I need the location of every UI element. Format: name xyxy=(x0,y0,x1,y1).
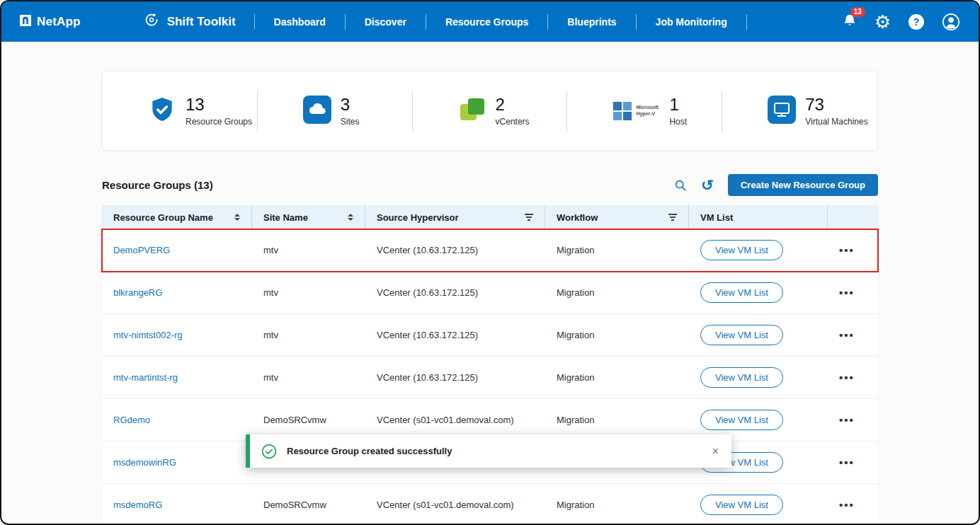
vcenter-icon xyxy=(458,96,486,127)
virtual-machine-icon xyxy=(768,96,796,127)
workflow-cell: Migration xyxy=(545,287,689,298)
table-row: mtv-martintst-rg mtv VCenter (10.63.172.… xyxy=(102,357,878,399)
table-row: mtv-nimtst002-rg mtv VCenter (10.63.172.… xyxy=(102,314,878,357)
site-name-cell: mtv xyxy=(252,245,365,255)
nav-item-resource-groups[interactable]: Resource Groups xyxy=(426,14,548,30)
toast-accent-bar xyxy=(246,434,250,468)
column-label: Source Hypervisor xyxy=(377,212,459,223)
close-icon[interactable] xyxy=(712,446,719,457)
site-name-cell: DemoSRCvmw xyxy=(252,500,365,510)
stat-value: 13 xyxy=(186,95,252,115)
list-actions: Create New Resource Group xyxy=(674,174,878,196)
netapp-logo-icon xyxy=(20,15,31,29)
more-options-button[interactable] xyxy=(839,287,855,299)
filter-icon[interactable] xyxy=(525,214,533,221)
table-row: DemoPVERG mtv VCenter (10.63.172.125) Mi… xyxy=(102,229,878,272)
check-circle-icon xyxy=(261,444,277,459)
notification-count-badge: 13 xyxy=(850,7,865,17)
source-hypervisor-cell: VCenter (10.63.172.125) xyxy=(365,330,545,340)
more-options-button[interactable] xyxy=(839,244,855,256)
netapp-logo[interactable]: NetApp xyxy=(20,15,81,29)
hyperv-icon: Microsoft Hyper-V xyxy=(612,101,660,121)
toast-message: Resource Group created successfully xyxy=(287,446,452,456)
resource-group-link[interactable]: mtv-martintst-rg xyxy=(113,372,178,383)
stat-host: Microsoft Hyper-V 1 Host xyxy=(567,71,722,150)
site-name-cell: mtv xyxy=(252,330,365,340)
more-options-button[interactable] xyxy=(839,414,855,426)
source-hypervisor-cell: VCenter (10.63.172.125) xyxy=(365,287,545,298)
view-vm-list-button[interactable]: View VM List xyxy=(700,410,783,430)
sort-icon[interactable] xyxy=(348,214,353,221)
resource-groups-table: Resource Group Name Site Name Source Hyp… xyxy=(102,205,878,525)
more-options-button[interactable] xyxy=(839,456,855,468)
help-icon[interactable] xyxy=(908,14,924,30)
view-vm-list-button[interactable]: View VM List xyxy=(700,325,783,345)
stat-sites: 3 Sites xyxy=(258,71,413,150)
column-header-resource-group-name: Resource Group Name xyxy=(102,205,252,229)
column-header-actions xyxy=(828,205,878,229)
cloud-icon xyxy=(303,96,331,127)
settings-gear-icon[interactable] xyxy=(874,13,891,31)
workflow-cell: Migration xyxy=(545,372,689,383)
app-title: Shift Toolkit xyxy=(143,11,236,32)
source-hypervisor-cell: VCenter (s01-vc01.demoval.com) xyxy=(365,415,545,425)
top-navigation-bar: NetApp Shift Toolkit Dashboard Discover … xyxy=(1,1,979,42)
site-name-cell: mtv xyxy=(252,287,365,298)
sort-icon[interactable] xyxy=(234,214,240,221)
app-title-text: Shift Toolkit xyxy=(167,15,236,29)
workflow-cell: Migration xyxy=(545,415,689,425)
view-vm-list-button[interactable]: View VM List xyxy=(700,495,783,515)
topbar-actions: 13 xyxy=(843,13,960,31)
view-vm-list-button[interactable]: View VM List xyxy=(700,240,783,260)
filter-icon[interactable] xyxy=(668,214,677,221)
stat-label: Virtual Machines xyxy=(805,117,868,127)
source-hypervisor-cell: VCenter (10.63.172.125) xyxy=(365,245,545,255)
stat-value: 3 xyxy=(341,95,360,115)
source-hypervisor-cell: VCenter (s01-vc01.demoval.com) xyxy=(365,500,545,510)
stat-label: Sites xyxy=(341,117,360,127)
column-label: Workflow xyxy=(557,212,598,223)
resource-group-link[interactable]: msdemoRG xyxy=(113,500,162,510)
user-avatar-icon[interactable] xyxy=(942,13,960,31)
more-options-button[interactable] xyxy=(839,499,855,511)
app-window: NetApp Shift Toolkit Dashboard Discover … xyxy=(0,0,980,525)
resource-group-link[interactable]: DemoPVERG xyxy=(113,245,170,255)
shield-check-icon xyxy=(148,96,176,127)
more-options-button[interactable] xyxy=(839,329,855,341)
column-label: VM List xyxy=(700,212,733,223)
netapp-brand-text: NetApp xyxy=(37,15,81,29)
source-hypervisor-cell: VCenter (10.63.172.125) xyxy=(365,372,545,383)
resource-group-link[interactable]: mtv-nimtst002-rg xyxy=(113,330,183,340)
notification-bell-icon[interactable]: 13 xyxy=(843,13,857,31)
table-header-row: Resource Group Name Site Name Source Hyp… xyxy=(102,205,878,229)
stat-value: 1 xyxy=(669,95,687,115)
stat-label: Host xyxy=(669,117,687,127)
view-vm-list-button[interactable]: View VM List xyxy=(700,282,783,303)
column-header-site-name: Site Name xyxy=(252,205,365,229)
search-icon[interactable] xyxy=(674,179,687,192)
stat-vcenters: 2 vCenters xyxy=(413,71,568,150)
site-name-cell: DemoSRCvmw xyxy=(252,415,365,425)
workflow-cell: Migration xyxy=(545,330,689,340)
column-label: Site Name xyxy=(263,212,308,223)
workflow-cell: Migration xyxy=(545,500,689,510)
hyperv-caption: Microsoft Hyper-V xyxy=(636,105,660,117)
workflow-cell: Migration xyxy=(545,245,689,255)
stat-label: Resource Groups xyxy=(186,117,252,127)
nav-item-blueprints[interactable]: Blueprints xyxy=(548,14,636,30)
more-options-button[interactable] xyxy=(839,371,855,383)
nav-item-dashboard[interactable]: Dashboard xyxy=(255,14,346,30)
column-header-source-hypervisor: Source Hypervisor xyxy=(365,205,545,229)
refresh-icon[interactable] xyxy=(701,178,714,192)
resource-group-link[interactable]: blkrangeRG xyxy=(113,287,162,298)
nav-item-discover[interactable]: Discover xyxy=(346,14,426,30)
create-new-resource-group-button[interactable]: Create New Resource Group xyxy=(728,174,878,196)
nav-item-job-monitoring[interactable]: Job Monitoring xyxy=(637,14,747,30)
resource-group-link[interactable]: RGdemo xyxy=(113,415,150,425)
column-header-workflow: Workflow xyxy=(545,205,689,229)
resource-group-link[interactable]: msdemowinRG xyxy=(113,457,176,468)
stat-resource-groups: 13 Resource Groups xyxy=(103,71,258,150)
view-vm-list-button[interactable]: View VM List xyxy=(700,367,783,388)
resource-groups-header: Resource Groups (13) Create New Resource… xyxy=(102,174,878,196)
toast-notification: Resource Group created successfully xyxy=(246,434,731,468)
